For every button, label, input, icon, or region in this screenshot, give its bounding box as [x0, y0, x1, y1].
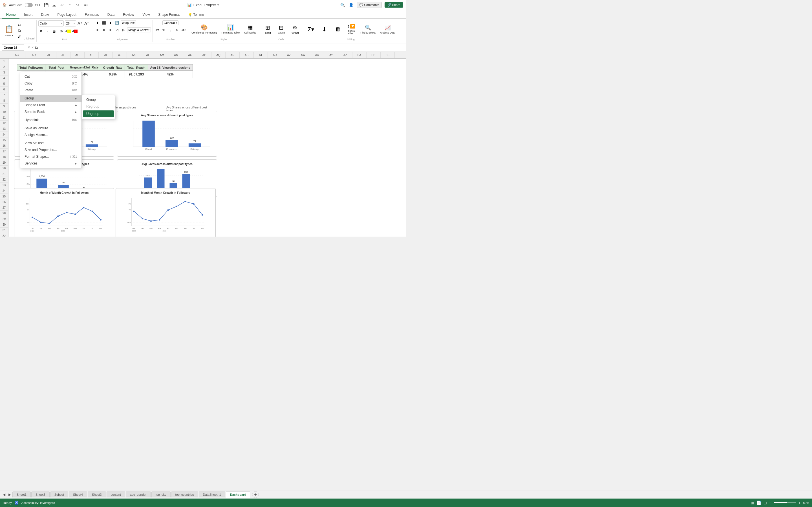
sort-filter-btn[interactable]: ↕🔽 Sort &Filter — [345, 22, 358, 36]
submenu-ungroup[interactable]: Ungroup — [83, 110, 114, 117]
comments-button[interactable]: 💬 Comments — [357, 2, 382, 8]
align-center-btn[interactable]: ≡ — [101, 27, 107, 33]
col-ai[interactable]: AI — [99, 52, 113, 58]
conditional-formatting-btn[interactable]: 🎨 Conditional Formatting — [190, 23, 219, 36]
context-save-picture[interactable]: Save as Picture... — [20, 125, 82, 131]
col-at[interactable]: AT — [254, 52, 268, 58]
indent-decrease-btn[interactable]: ◁ — [114, 27, 120, 33]
row-2[interactable]: 2 — [0, 64, 8, 70]
fill-color-button[interactable]: A ▾ — [65, 29, 71, 34]
autosave-toggle[interactable] — [25, 3, 33, 7]
row-23[interactable]: 23 — [0, 182, 8, 188]
tab-tell-me[interactable]: 💡 Tell me — [184, 11, 208, 18]
find-select-btn[interactable]: 🔍 Find & Select — [359, 23, 377, 35]
row-29[interactable]: 29 — [0, 216, 8, 222]
row-15[interactable]: 15 — [0, 137, 8, 143]
align-bottom-btn[interactable]: ⬇ — [108, 20, 113, 25]
save-cloud-icon[interactable]: ☁ — [51, 2, 57, 8]
row-20[interactable]: 20 — [0, 166, 8, 171]
underline-button[interactable]: U ▾ — [52, 29, 57, 34]
tab-page-layout[interactable]: Page Layout — [53, 11, 80, 18]
cell-total-reach[interactable]: 91,67,293 — [125, 71, 148, 78]
insert-cells-btn[interactable]: ⊞ Insert — [262, 23, 274, 36]
formula-cancel-btn[interactable]: ✕ — [28, 46, 30, 49]
cell-growth-rate[interactable]: 0.8% — [101, 71, 124, 78]
tab-review[interactable]: Review — [119, 11, 138, 18]
row-24[interactable]: 24 — [0, 188, 8, 194]
copy-button[interactable]: ⧉ — [16, 28, 22, 33]
orientation-btn[interactable]: 🔄 — [114, 20, 120, 25]
share-profile-icon[interactable]: 👤 — [348, 2, 354, 8]
col-bb[interactable]: BB — [366, 52, 380, 58]
redo-icon[interactable]: ↪ — [75, 2, 81, 8]
font-name-dropdown[interactable]: ▾ — [61, 22, 62, 25]
row-21[interactable]: 21 — [0, 171, 8, 177]
font-size-dropdown[interactable]: ▾ — [73, 22, 75, 25]
merge-center-btn[interactable]: Merge & Centre ▾ — [127, 27, 151, 33]
col-ax[interactable]: AX — [310, 52, 324, 58]
row-10[interactable]: 10 — [0, 109, 8, 115]
autosum-btn[interactable]: Σ▾ — [305, 25, 317, 34]
undo-dropdown[interactable]: ▾ — [67, 2, 73, 8]
context-cut[interactable]: Cut ⌘X — [20, 73, 82, 80]
col-ar[interactable]: AR — [225, 52, 240, 58]
italic-button[interactable]: I — [45, 29, 51, 34]
analyze-data-btn[interactable]: 📈 Analyse Data — [378, 23, 397, 35]
number-format-arrow[interactable]: ▾ — [176, 22, 177, 24]
col-as[interactable]: AS — [240, 52, 254, 58]
name-box[interactable] — [2, 45, 24, 51]
submenu-group[interactable]: Group — [82, 96, 115, 103]
context-format-shape[interactable]: Format Shape... ⇧⌘1 — [20, 153, 82, 160]
row-7[interactable]: 7 — [0, 93, 8, 98]
increase-font-btn[interactable]: A⁺ — [77, 21, 83, 26]
row-9[interactable]: 9 — [0, 104, 8, 109]
number-format-selector[interactable]: General ▾ — [162, 20, 179, 25]
search-icon[interactable]: 🔍 — [340, 2, 345, 8]
align-middle-btn[interactable]: ⬛ — [101, 20, 107, 25]
col-am[interactable]: AM — [155, 52, 169, 58]
more-icon[interactable]: ••• — [83, 2, 89, 8]
col-ad[interactable]: AD — [26, 52, 42, 58]
col-av[interactable]: AV — [282, 52, 296, 58]
col-bc[interactable]: BC — [380, 52, 395, 58]
row-16[interactable]: 16 — [0, 143, 8, 149]
col-aw[interactable]: AW — [296, 52, 310, 58]
save-icon[interactable]: 💾 — [43, 2, 49, 8]
align-left-btn[interactable]: ≡ — [95, 27, 100, 33]
row-26[interactable]: 26 — [0, 200, 8, 205]
paste-button[interactable]: 📋 Paste ▾ — [3, 21, 15, 41]
tab-view[interactable]: View — [139, 11, 154, 18]
context-size-properties[interactable]: Size and Properties... — [20, 147, 82, 153]
col-ac[interactable]: AC — [8, 52, 26, 58]
col-ap[interactable]: AP — [197, 52, 211, 58]
context-services[interactable]: Services ▶ — [20, 160, 82, 167]
tab-data[interactable]: Data — [103, 11, 118, 18]
col-ah[interactable]: AH — [85, 52, 99, 58]
share-button[interactable]: 🔗 Share — [385, 2, 403, 8]
col-ba[interactable]: BA — [352, 52, 366, 58]
formula-accept-btn[interactable]: ✓ — [31, 46, 34, 49]
col-ag[interactable]: AG — [70, 52, 85, 58]
col-ak[interactable]: AK — [127, 52, 141, 58]
row-17[interactable]: 17 — [0, 149, 8, 154]
row-12[interactable]: 12 — [0, 121, 8, 126]
col-ao[interactable]: AO — [183, 52, 197, 58]
row-18[interactable]: 18 — [0, 154, 8, 160]
context-assign-macro[interactable]: Assign Macro... — [20, 131, 82, 138]
tab-draw[interactable]: Draw — [37, 11, 53, 18]
fill-btn[interactable]: ⬇ — [318, 25, 331, 34]
indent-increase-btn[interactable]: ▷ — [121, 27, 126, 33]
row-13[interactable]: 13 — [0, 126, 8, 132]
row-32[interactable]: 32 — [0, 233, 8, 237]
col-aq[interactable]: AQ — [211, 52, 225, 58]
row-30[interactable]: 30 — [0, 222, 8, 228]
clear-btn[interactable]: 🗑 — [332, 25, 344, 34]
chart-mom-growth[interactable]: Month of Month Growth in Followers 9% 4%… — [116, 188, 216, 237]
delete-cells-btn[interactable]: ⊟ Delete — [275, 23, 288, 36]
context-group[interactable]: Group ▶ Group Regroup Ungroup — [20, 95, 82, 102]
undo-icon[interactable]: ↩ — [59, 2, 65, 8]
align-right-btn[interactable]: ≡ — [108, 27, 113, 33]
align-top-btn[interactable]: ⬆ — [95, 20, 100, 25]
row-28[interactable]: 28 — [0, 211, 8, 216]
home-icon[interactable]: 🏠 — [3, 3, 7, 7]
